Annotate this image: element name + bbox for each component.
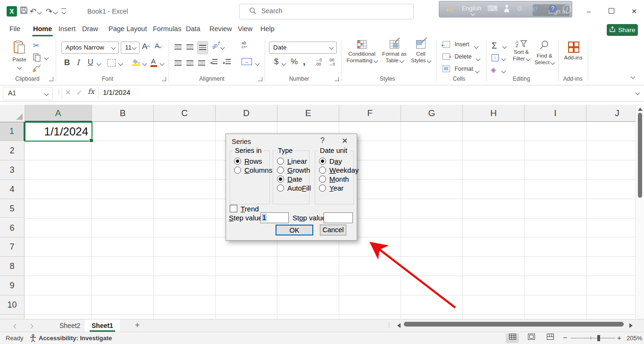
tab-page-layout[interactable]: Page Layout: [107, 23, 149, 36]
zoom-in-button[interactable]: +: [617, 334, 621, 342]
borders-icon[interactable]: [108, 59, 116, 67]
increase-decimal-icon[interactable]: ←0.00: [315, 58, 322, 67]
align-center-icon[interactable]: [186, 59, 193, 67]
column-header-g[interactable]: G: [401, 105, 463, 122]
underline-button[interactable]: U: [88, 58, 93, 67]
row-header-10[interactable]: 10: [0, 295, 25, 315]
language-label[interactable]: English: [462, 5, 481, 12]
find-select-button[interactable]: Find & Select: [532, 40, 557, 66]
font-size-select[interactable]: 11: [121, 42, 140, 54]
radio-year[interactable]: Year: [319, 184, 343, 193]
view-page-break-icon[interactable]: [544, 334, 557, 343]
paste-button[interactable]: Paste: [8, 40, 30, 71]
radio-button-icon[interactable]: [234, 158, 241, 165]
tab-formulas[interactable]: Formulas: [151, 23, 183, 36]
radio-button-icon[interactable]: [277, 158, 284, 165]
view-normal-icon[interactable]: [506, 334, 519, 343]
clear-icon[interactable]: ◈: [491, 66, 496, 74]
trend-checkbox[interactable]: Trend: [230, 205, 259, 213]
row-header-2[interactable]: 2: [0, 141, 25, 160]
align-bottom-icon[interactable]: [197, 41, 208, 54]
column-header-b[interactable]: B: [92, 105, 154, 122]
column-header-i[interactable]: I: [525, 105, 586, 122]
row-header-1[interactable]: 1: [0, 122, 25, 141]
column-header-d[interactable]: D: [216, 105, 277, 122]
merge-center-chevron-icon[interactable]: [255, 61, 260, 66]
radio-month[interactable]: Month: [319, 175, 349, 184]
radio-autofill[interactable]: AutoFill: [277, 184, 311, 193]
alignment-dialog-launcher[interactable]: [258, 77, 262, 81]
customize-qat-icon[interactable]: [61, 8, 66, 9]
fill-color-icon[interactable]: [132, 58, 141, 67]
ime-user-icon[interactable]: [503, 4, 510, 14]
scroll-left-icon[interactable]: [397, 323, 401, 328]
tab-home[interactable]: Home: [31, 23, 54, 36]
column-header-h[interactable]: H: [463, 105, 525, 122]
row-header-9[interactable]: 9: [0, 276, 25, 295]
step-value-input[interactable]: 1: [260, 212, 289, 223]
radio-button-icon[interactable]: [319, 176, 326, 183]
row-header-6[interactable]: 6: [0, 218, 25, 238]
currency-chevron-icon[interactable]: [282, 61, 286, 66]
redo-chevron-icon[interactable]: [53, 10, 58, 15]
search-input[interactable]: Search: [239, 4, 414, 19]
decrease-indent-icon[interactable]: ◂: [210, 59, 217, 65]
share-button[interactable]: Share: [607, 24, 638, 36]
underline-chevron-icon[interactable]: [97, 61, 101, 66]
column-header-j[interactable]: J: [586, 105, 636, 122]
merge-center-icon[interactable]: ↔: [242, 58, 252, 65]
dialog-close-icon[interactable]: ✕: [342, 136, 348, 145]
sheet-tab-sheet2[interactable]: Sheet2: [53, 319, 87, 332]
delete-cells-button[interactable]: × Delete: [443, 53, 472, 62]
autosum-chevron-icon[interactable]: [502, 44, 507, 49]
radio-button-icon[interactable]: [319, 185, 326, 192]
autosum-icon[interactable]: Σ: [492, 41, 497, 51]
radio-button-icon[interactable]: [277, 167, 284, 174]
row-header-5[interactable]: 5: [0, 199, 25, 218]
increase-indent-icon[interactable]: ▸: [223, 59, 231, 65]
row-header-4[interactable]: 4: [0, 180, 25, 199]
expand-formula-bar-icon[interactable]: [636, 91, 640, 95]
language-bar[interactable]: Sign in a| English ⌨ ⚙ e ? i: [439, 1, 572, 17]
close-button[interactable]: ✕: [629, 7, 639, 16]
format-cells-button[interactable]: Format: [443, 66, 473, 74]
scroll-right-icon[interactable]: [629, 323, 633, 328]
radio-rows[interactable]: Rows: [234, 157, 262, 166]
cell-selection-border[interactable]: [25, 122, 92, 142]
cut-icon[interactable]: ✂: [33, 41, 39, 50]
copy-icon[interactable]: [33, 53, 41, 64]
fill-chevron-icon[interactable]: [502, 57, 506, 61]
radio-columns[interactable]: Columns: [234, 166, 272, 175]
vertical-scrollbar[interactable]: [636, 105, 644, 319]
radio-button-icon[interactable]: [277, 176, 284, 183]
currency-icon[interactable]: $: [274, 57, 278, 67]
tab-view[interactable]: View: [236, 23, 254, 36]
align-middle-icon[interactable]: [186, 43, 193, 51]
radio-button-icon[interactable]: [234, 167, 241, 174]
scrollbar-grip-icon[interactable]: ⋮: [386, 321, 392, 328]
accessibility-status[interactable]: Accessibility: Investigate: [39, 335, 112, 342]
sheet-tab-sheet1[interactable]: Sheet1: [85, 319, 120, 332]
radio-button-icon[interactable]: [319, 158, 326, 165]
font-color-icon[interactable]: A: [151, 57, 156, 65]
column-header-a[interactable]: A: [25, 105, 92, 122]
series-dialog[interactable]: Series ? ✕ Series inRowsColumnsTypeLinea…: [226, 134, 357, 241]
tab-help[interactable]: Help: [259, 23, 276, 36]
row-header-partial[interactable]: [0, 315, 25, 319]
wrap-text-icon[interactable]: abc↩: [242, 41, 247, 49]
column-header-e[interactable]: E: [277, 105, 339, 122]
tab-data[interactable]: Data: [184, 23, 202, 36]
tab-file[interactable]: File: [8, 23, 22, 36]
help-icon[interactable]: ?: [549, 4, 557, 13]
row-header-3[interactable]: 3: [0, 160, 25, 180]
formula-bar-value[interactable]: 1/1/2024: [103, 88, 130, 96]
radio-date[interactable]: Date: [277, 175, 302, 184]
conditional-formatting-button[interactable]: Conditional Formatting: [346, 40, 378, 64]
settings-gear-icon[interactable]: ⚙: [517, 4, 523, 13]
increase-font-icon[interactable]: A: [142, 42, 150, 51]
column-header-f[interactable]: F: [339, 105, 401, 122]
format-painter-icon[interactable]: [32, 64, 42, 74]
horizontal-scroll-thumb[interactable]: [404, 322, 624, 327]
redo-icon[interactable]: ↷: [46, 7, 52, 17]
clipboard-dialog-launcher[interactable]: [49, 77, 53, 81]
